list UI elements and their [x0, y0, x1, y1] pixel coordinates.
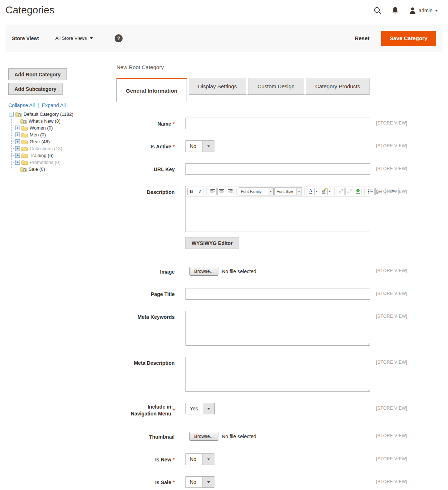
tree-expander-icon[interactable]: +: [15, 139, 20, 144]
is-active-scope-label: [STORE VIEW]: [376, 140, 408, 148]
collapse-all-link[interactable]: Collapse All: [8, 102, 35, 108]
wysiwyg-editor-button[interactable]: WYSIWYG Editor: [185, 237, 239, 249]
tree-item[interactable]: What's New (0): [8, 118, 116, 124]
is-sale-select-value: No: [186, 477, 202, 487]
tree-expander-icon[interactable]: +: [15, 160, 20, 165]
tree-expander-icon[interactable]: +: [15, 146, 20, 151]
include-in-menu-label: Include in Navigation Menu *: [116, 403, 175, 417]
meta-keywords-label: Meta Keywords: [116, 311, 175, 320]
tree-connector: [11, 128, 15, 128]
name-label-text: Name: [157, 121, 171, 127]
category-sidebar: Add Root Category Add Subcategory Collap…: [5, 63, 116, 173]
store-view-value: All Store Views: [55, 35, 87, 41]
folder-icon: [21, 160, 28, 165]
italic-icon[interactable]: I: [196, 188, 204, 195]
folder-icon: [21, 132, 28, 138]
is-sale-select[interactable]: No: [185, 476, 214, 488]
field-row-url-key: URL Key [STORE VIEW]: [116, 163, 443, 175]
save-category-button[interactable]: Save Category: [381, 31, 436, 46]
help-icon[interactable]: ?: [115, 34, 123, 42]
page-header: Categories admin: [0, 0, 448, 21]
tab-display-settings[interactable]: Display Settings: [189, 78, 247, 95]
add-subcategory-button[interactable]: Add Subcategory: [8, 83, 63, 95]
tree-item[interactable]: + Training (6): [8, 152, 116, 159]
tree-item-label: Men (0): [30, 131, 46, 138]
store-view-label: Store View:: [12, 35, 39, 41]
is-active-control: No: [185, 140, 370, 152]
reset-button[interactable]: Reset: [355, 35, 370, 41]
font-family-select[interactable]: Font Family: [239, 187, 274, 195]
toolbar-separator: [236, 188, 236, 195]
tree-item-label: Training (6): [30, 152, 54, 159]
highlight-color-icon[interactable]: ab: [320, 188, 328, 195]
url-key-scope-label: [STORE VIEW]: [376, 163, 408, 171]
include-in-menu-scope-label: [STORE VIEW]: [376, 403, 408, 411]
folder-icon: [20, 119, 27, 124]
tab-general-information[interactable]: General Information: [116, 78, 187, 102]
bold-icon[interactable]: B: [187, 188, 195, 195]
font-size-select[interactable]: Font Size: [274, 187, 302, 195]
expand-all-link[interactable]: Expand All: [42, 102, 66, 108]
align-left-icon[interactable]: [209, 188, 217, 195]
tab-category-products[interactable]: Category Products: [306, 78, 370, 95]
description-label-text: Description: [147, 189, 175, 195]
align-center-icon[interactable]: [217, 188, 225, 195]
tree-expander-icon[interactable]: −: [9, 112, 14, 117]
tree-item[interactable]: − Default Category (1182): [8, 111, 116, 118]
thumbnail-control: Browse... No file selected.: [185, 432, 370, 441]
tree-expander-icon[interactable]: +: [15, 153, 20, 158]
url-key-label: URL Key: [116, 163, 175, 173]
insert-image-icon[interactable]: [354, 188, 362, 195]
tree-expander-icon[interactable]: +: [15, 126, 20, 130]
highlight-color-dropdown-icon[interactable]: [329, 191, 331, 192]
folder-icon: [15, 112, 22, 117]
add-root-category-button[interactable]: Add Root Category: [8, 68, 67, 80]
tree-item-label: Women (0): [30, 124, 53, 131]
notifications-bell-icon[interactable]: [392, 7, 399, 14]
tree-item[interactable]: + Men (0): [8, 131, 116, 138]
tree-item[interactable]: Sale (0): [8, 166, 116, 173]
image-browse-button[interactable]: Browse...: [189, 267, 218, 276]
tree-expander-icon[interactable]: +: [15, 132, 20, 137]
tree-connector: [11, 135, 15, 135]
description-editor-area[interactable]: [186, 197, 370, 232]
meta-keywords-textarea[interactable]: [186, 311, 370, 345]
is-active-select[interactable]: No: [185, 140, 214, 152]
include-in-menu-select[interactable]: Yes: [185, 403, 215, 414]
tree-connector: [11, 141, 15, 142]
folder-icon: [21, 139, 28, 144]
toolbar-left: Store View: All Store Views ?: [12, 34, 123, 42]
name-control: [185, 118, 370, 129]
store-view-switcher[interactable]: All Store Views: [55, 35, 93, 41]
name-input[interactable]: [185, 118, 370, 129]
tree-item[interactable]: + Women (0): [8, 124, 116, 131]
tree-item[interactable]: + Gear (46): [8, 138, 116, 145]
include-in-menu-control: Yes: [185, 403, 370, 414]
required-marker: *: [173, 407, 175, 414]
url-key-input[interactable]: [185, 163, 370, 175]
text-color-dropdown-icon[interactable]: [316, 191, 318, 192]
meta-description-textarea[interactable]: [186, 357, 370, 391]
text-color-icon[interactable]: A: [307, 188, 315, 195]
page-title-input[interactable]: [185, 288, 370, 300]
tree-item[interactable]: + Promotions (0): [8, 159, 116, 166]
admin-user-menu[interactable]: admin: [409, 7, 438, 14]
is-new-label-text: Is New: [155, 457, 171, 462]
field-row-name: Name* [STORE VIEW]: [116, 118, 443, 129]
bold-glyph: B: [190, 189, 193, 194]
is-new-control: No: [185, 453, 370, 465]
tree-item-label: What's New (0): [29, 118, 60, 124]
is-new-select[interactable]: No: [185, 453, 214, 465]
tabs: General InformationDisplay SettingsCusto…: [116, 78, 443, 102]
search-icon[interactable]: [374, 7, 381, 14]
unlink-icon[interactable]: [345, 188, 353, 195]
tree-item[interactable]: + Collections (13): [8, 145, 116, 152]
bullet-list-icon[interactable]: [367, 188, 375, 195]
insert-link-icon[interactable]: [337, 188, 345, 195]
general-information-form: Name* [STORE VIEW] Is Active* No: [116, 102, 443, 488]
tab-custom-design[interactable]: Custom Design: [248, 78, 304, 95]
align-right-icon[interactable]: [226, 188, 234, 195]
is-new-label: Is New*: [116, 453, 175, 463]
thumbnail-browse-button[interactable]: Browse...: [189, 432, 218, 441]
include-in-menu-select-value: Yes: [186, 403, 203, 414]
